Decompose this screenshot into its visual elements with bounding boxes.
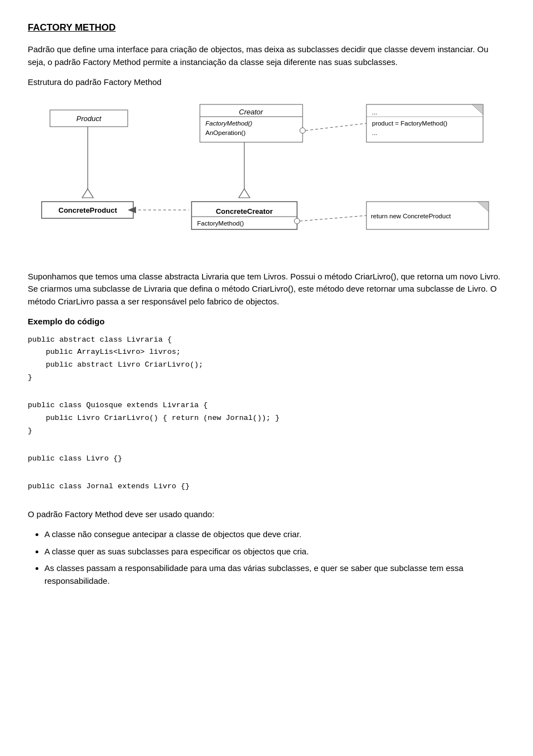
code-block-2: public class Quiosque extends Livraria {… [28, 399, 505, 438]
svg-marker-5 [82, 189, 93, 198]
usage-list: A classe não consegue antecipar a classe… [44, 528, 505, 587]
svg-line-29 [300, 216, 366, 221]
svg-text:product = FactoryMethod(): product = FactoryMethod() [372, 120, 447, 127]
example-title: Exemplo do código [28, 316, 505, 328]
page-title: FACTORY METHOD [28, 22, 505, 33]
svg-line-27 [305, 123, 366, 131]
bullet-item-2: A classe quer as suas subclasses para es… [44, 545, 505, 558]
usage-text: O padrão Factory Method deve ser usado q… [28, 508, 505, 521]
svg-text:...: ... [372, 129, 378, 136]
uml-diagram: Product ConcreteProduct Creator FactoryM… [28, 99, 505, 257]
svg-text:AnOperation(): AnOperation() [205, 129, 245, 136]
estrutura-title: Estrutura do padrão Factory Method [28, 76, 505, 89]
code-block-3: public class Livro {} [28, 453, 505, 465]
svg-point-28 [294, 218, 300, 224]
svg-text:...: ... [372, 109, 378, 116]
svg-text:ConcreteProduct: ConcreteProduct [58, 206, 117, 214]
bullet-item-1: A classe não consegue antecipar a classe… [44, 528, 505, 541]
svg-text:FactoryMethod(): FactoryMethod() [205, 120, 253, 127]
intro-paragraph: Padrão que define uma interface para cri… [28, 43, 505, 68]
code-block-1: public abstract class Livraria { public … [28, 334, 505, 385]
svg-text:Product: Product [77, 114, 102, 123]
svg-text:ConcreteCreator: ConcreteCreator [216, 207, 273, 216]
svg-point-26 [300, 128, 305, 133]
svg-marker-16 [239, 189, 250, 198]
svg-text:Creator: Creator [239, 108, 263, 116]
svg-text:FactoryMethod(): FactoryMethod() [197, 220, 244, 227]
body-paragraph: Suponhamos que temos uma classe abstract… [28, 271, 505, 308]
bullet-item-3: As classes passam a responsabilidade par… [44, 562, 505, 587]
svg-text:return new ConcreteProduct: return new ConcreteProduct [371, 213, 451, 219]
code-block-4: public class Jornal extends Livro {} [28, 480, 505, 493]
